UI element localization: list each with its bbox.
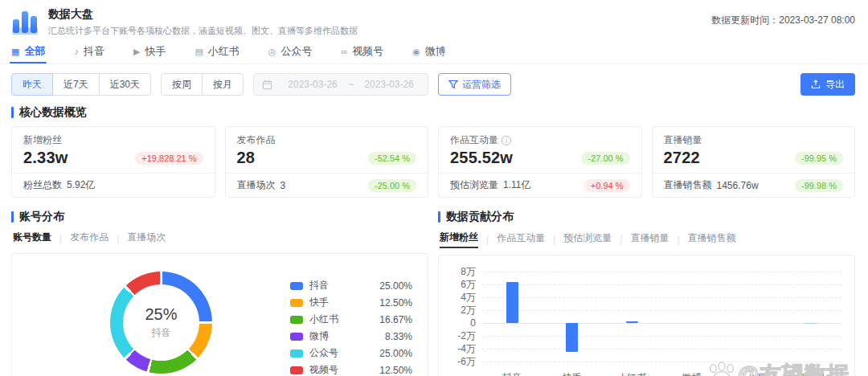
app-logo-icon <box>11 7 40 36</box>
tab-label: 全部 <box>24 44 45 59</box>
x-axis-label: 小红书 <box>602 371 662 376</box>
data-update-time: 数据更新时间：2023-03-27 08:00 <box>711 7 855 27</box>
stat-card-label: 新增粉丝 <box>23 133 203 147</box>
stat-footer-label: 粉丝总数 <box>23 178 62 192</box>
y-axis-label: 8万 <box>445 265 476 279</box>
stat-value: 28 <box>237 149 256 167</box>
date-start: 2023-03-26 <box>282 79 343 90</box>
export-label: 导出 <box>825 78 845 92</box>
gridline <box>482 362 841 362</box>
tab-all[interactable]: ▦全部 <box>11 39 45 63</box>
tab-label: 抖音 <box>84 44 104 59</box>
stat-card-top: 发布作品28-52.54 % <box>226 127 428 173</box>
bar-chart-plot: 8万6万4万2万0-2万-4万-6万 <box>482 267 841 366</box>
stat-value: 2.33w <box>23 149 68 167</box>
grid-icon: ▦ <box>11 47 19 57</box>
stat-value: 255.52w <box>450 149 513 167</box>
header-titles: 数据大盘 汇总统计多平台下账号各项核心数据，涵盖短视频、图文、直播等多维作品数据 <box>48 7 358 37</box>
subtab[interactable]: 直播场次 <box>127 231 166 247</box>
period-group: 按周按月 <box>161 73 244 96</box>
quick-filter-button[interactable]: 近7天 <box>52 73 100 96</box>
date-end: 2023-03-26 <box>358 79 420 90</box>
subtab[interactable]: 新增粉丝 <box>440 231 478 248</box>
donut-center: 25% 抖音 <box>123 284 199 361</box>
calendar-icon <box>262 80 272 90</box>
funnel-icon <box>448 80 458 89</box>
stat-card: 发布作品28-52.54 %直播场次3-25.00 % <box>225 126 429 198</box>
stat-footer-badge: +0.94 % <box>584 179 630 192</box>
stat-change-badge: +19,828.21 % <box>135 152 203 165</box>
info-icon <box>502 136 511 145</box>
period-filter-button[interactable]: 按月 <box>202 73 244 96</box>
stat-footer-label: 直播销售额 <box>664 178 712 192</box>
legend-color-chip <box>290 282 303 290</box>
tab-label: 快手 <box>145 44 166 59</box>
subtab-separator: | <box>51 233 70 244</box>
bar-视频号 <box>805 323 817 325</box>
gridline <box>482 349 841 349</box>
bar-chart-x-labels: 抖音快手小红书微博公众号视频号 <box>482 371 841 376</box>
donut-center-value: 25% <box>145 305 177 324</box>
legend-item[interactable]: 视频号12.50% <box>290 362 412 376</box>
tab-shipinhao[interactable]: ∞视频号 <box>341 39 383 63</box>
stat-card-label: 直播销量 <box>664 133 844 147</box>
subtab[interactable]: 直播销售额 <box>688 231 736 247</box>
tab-gongzhonghao[interactable]: ◎公众号 <box>268 39 313 63</box>
tab-label: 视频号 <box>352 44 383 59</box>
export-icon <box>811 80 821 89</box>
legend-item[interactable]: 抖音25.00% <box>290 277 412 294</box>
legend-label: 微博 <box>309 329 329 343</box>
legend-value: 25.00% <box>379 348 412 359</box>
tab-douyin[interactable]: ♪抖音 <box>74 39 104 63</box>
tab-kuaishou[interactable]: ▶快手 <box>133 39 166 63</box>
ops-filter-label: 运营筛选 <box>462 78 501 92</box>
stat-card-footer: 预估浏览量1.11亿+0.94 % <box>439 173 641 197</box>
stat-card-top: 直播销量2722-99.95 % <box>653 127 855 173</box>
stat-label-text: 作品互动量 <box>450 133 498 147</box>
contribution-title: 数据贡献分布 <box>438 207 855 231</box>
legend-item[interactable]: 公众号25.00% <box>290 345 412 362</box>
stat-card: 作品互动量255.52w-27.00 %预估浏览量1.11亿+0.94 % <box>438 126 642 198</box>
subtab-separator: | <box>612 234 630 245</box>
period-filter-button[interactable]: 按周 <box>161 73 203 96</box>
subtab[interactable]: 发布作品 <box>70 231 108 247</box>
stat-label-text: 发布作品 <box>237 133 276 147</box>
legend-item[interactable]: 微博8.33% <box>290 328 412 345</box>
accent-bar <box>438 211 440 223</box>
subtab[interactable]: 作品互动量 <box>497 231 545 247</box>
legend-value: 8.33% <box>385 331 412 342</box>
legend-item[interactable]: 快手12.50% <box>290 294 412 311</box>
tab-weibo[interactable]: ◉微博 <box>412 39 446 63</box>
stat-footer-value: 1.11亿 <box>503 178 530 192</box>
ops-filter-button[interactable]: 运营筛选 <box>438 73 511 96</box>
gridline <box>482 323 841 324</box>
legend-value: 12.50% <box>379 365 412 376</box>
legend-color-chip <box>290 366 303 374</box>
subtab[interactable]: 账号数量 <box>13 231 51 247</box>
legend-label: 快手 <box>309 296 329 309</box>
legend-value: 16.67% <box>379 314 412 325</box>
subtab[interactable]: 直播销量 <box>630 231 669 247</box>
page-title: 数据大盘 <box>48 7 358 22</box>
date-range-input[interactable]: 2023-03-26 ~ 2023-03-26 <box>253 73 428 96</box>
stat-footer-value: 5.92亿 <box>67 178 95 192</box>
platform-tabs: ▦全部♪抖音▶快手▤小红书◎公众号∞视频号◉微博 <box>0 39 868 64</box>
export-button[interactable]: 导出 <box>800 73 855 96</box>
y-axis-label: 2万 <box>445 304 476 317</box>
x-axis-label: 抖音 <box>482 371 542 376</box>
bar-小红书 <box>626 321 638 323</box>
gridline <box>482 272 841 272</box>
quick-filter-button[interactable]: 近30天 <box>99 73 151 96</box>
quick-filter-button[interactable]: 昨天 <box>11 73 53 96</box>
y-axis-label: 0 <box>445 317 476 329</box>
subtab-separator: | <box>478 234 497 245</box>
stat-card-footer: 直播销售额1456.76w-99.98 % <box>653 173 855 197</box>
stat-footer-badge: -99.98 % <box>795 179 843 192</box>
legend-label: 抖音 <box>309 279 329 292</box>
legend-item[interactable]: 小红书16.67% <box>290 311 412 328</box>
stat-label-text: 新增粉丝 <box>23 133 62 147</box>
subtab[interactable]: 预估浏览量 <box>563 231 612 247</box>
tab-xiaohongshu[interactable]: ▤小红书 <box>194 39 239 63</box>
overview-cards: 新增粉丝2.33w+19,828.21 %粉丝总数5.92亿发布作品28-52.… <box>0 126 868 198</box>
stat-card-footer: 粉丝总数5.92亿 <box>12 173 215 197</box>
